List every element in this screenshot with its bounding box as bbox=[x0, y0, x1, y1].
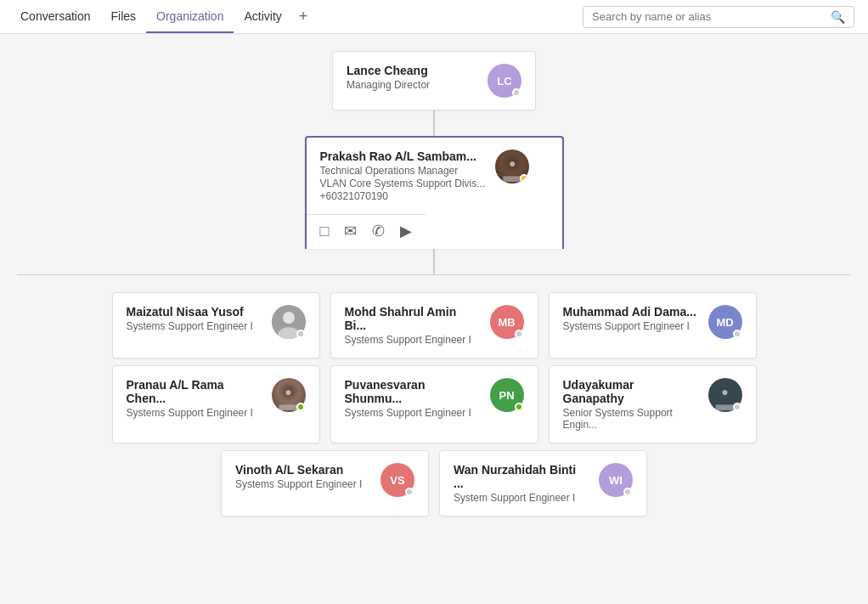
sub-vinoth-avatar-wrap: VS bbox=[380, 463, 414, 497]
top-person-section: Lance Cheang Managing Director LC bbox=[332, 51, 536, 136]
sub-mohd-role: Systems Support Engineer I bbox=[345, 334, 480, 346]
main-content: Lance Cheang Managing Director LC Prakas… bbox=[0, 34, 868, 604]
search-box: 🔍 bbox=[583, 6, 854, 28]
sub-maizatul-name: Maizatul Nisaa Yusof bbox=[127, 305, 262, 319]
chat-action-icon[interactable]: □ bbox=[320, 223, 330, 240]
sub-puvan-role: Systems Support Engineer I bbox=[345, 407, 480, 419]
sub-card-vinoth[interactable]: Vinoth A/L Sekaran Systems Support Engin… bbox=[221, 450, 429, 517]
sub-vinoth-initials: VS bbox=[390, 474, 404, 487]
sub-vinoth-status bbox=[405, 488, 414, 496]
sub-muhammad-avatar-wrap: MD bbox=[708, 305, 742, 339]
sub-card-muhammad[interactable]: Muhammad Adi Dama... Systems Support Eng… bbox=[549, 292, 757, 358]
sub-maizatul-status bbox=[296, 330, 305, 338]
sub-mohd-info: Mohd Shahrul Amin Bi... Systems Support … bbox=[345, 305, 480, 346]
top-person-avatar: LC bbox=[488, 64, 521, 98]
top-person-card[interactable]: Lance Cheang Managing Director LC bbox=[332, 51, 536, 110]
search-icon: 🔍 bbox=[831, 10, 845, 24]
selected-person-top: Prakash Rao A/L Sambam... Technical Oper… bbox=[307, 138, 544, 214]
selected-person-status bbox=[520, 174, 528, 183]
sub-puvan-avatar-wrap: PN bbox=[490, 378, 524, 412]
sub-card-maizatul[interactable]: Maizatul Nisaa Yusof Systems Support Eng… bbox=[112, 292, 320, 358]
sub-puvan-info: Puvanesvaran Shunmu... Systems Support E… bbox=[345, 378, 480, 419]
sub-vinoth-name: Vinoth A/L Sekaran bbox=[235, 463, 370, 477]
top-person-info: Lance Cheang Managing Director bbox=[347, 64, 477, 91]
top-person-status bbox=[512, 88, 521, 97]
sub-pranau-name: Pranau A/L Rama Chen... bbox=[127, 378, 262, 405]
sub-wan-name: Wan Nurzahidah Binti ... bbox=[454, 463, 589, 490]
sub-pranau-role: Systems Support Engineer I bbox=[127, 407, 262, 419]
sub-udaya-info: Udayakumar Ganapathy Senior Systems Supp… bbox=[563, 378, 698, 431]
nav-files[interactable]: Files bbox=[101, 0, 147, 33]
selected-person-dept: VLAN Core Systems Support Divis... bbox=[320, 178, 486, 189]
sub-muhammad-role: Systems Support Engineer I bbox=[563, 320, 698, 332]
sub-maizatul-role: Systems Support Engineer I bbox=[127, 320, 262, 332]
sub-muhammad-status bbox=[733, 330, 741, 338]
top-person-role: Managing Director bbox=[347, 79, 477, 91]
search-container: 🔍 bbox=[583, 6, 854, 28]
selected-person-info: Prakash Rao A/L Sambam... Technical Oper… bbox=[320, 150, 486, 202]
svg-point-1 bbox=[283, 312, 295, 324]
call-action-icon[interactable]: ✆ bbox=[372, 222, 385, 240]
sub-muhammad-name: Muhammad Adi Dama... bbox=[563, 305, 698, 319]
sub-wan-status bbox=[623, 488, 632, 496]
sub-wan-initials: WI bbox=[609, 474, 623, 487]
sub-muhammad-info: Muhammad Adi Dama... Systems Support Eng… bbox=[563, 305, 698, 332]
nav-activity[interactable]: Activity bbox=[234, 0, 291, 33]
selected-person-name: Prakash Rao A/L Sambam... bbox=[320, 150, 486, 163]
sub-card-mohd[interactable]: Mohd Shahrul Amin Bi... Systems Support … bbox=[330, 292, 538, 358]
sub-udaya-name: Udayakumar Ganapathy bbox=[563, 378, 698, 405]
mail-action-icon[interactable]: ✉ bbox=[344, 222, 357, 240]
subordinates-section: Maizatul Nisaa Yusof Systems Support Eng… bbox=[112, 292, 757, 517]
sub-card-udaya[interactable]: Udayakumar Ganapathy Senior Systems Supp… bbox=[549, 365, 757, 443]
selected-person-phone: +60321070190 bbox=[320, 190, 486, 202]
sub-mohd-status bbox=[515, 330, 523, 338]
sub-pranau-info: Pranau A/L Rama Chen... Systems Support … bbox=[127, 378, 262, 419]
sub-card-puvanesvaran[interactable]: Puvanesvaran Shunmu... Systems Support E… bbox=[330, 365, 538, 443]
nav-add-button[interactable]: + bbox=[292, 8, 315, 25]
sub-udaya-status bbox=[733, 403, 741, 411]
selected-person-card[interactable]: Prakash Rao A/L Sambam... Technical Oper… bbox=[305, 136, 564, 249]
org-chart: Lance Cheang Managing Director LC Prakas… bbox=[17, 51, 851, 517]
sub-card-wan[interactable]: Wan Nurzahidah Binti ... System Support … bbox=[439, 450, 647, 517]
sub-pranau-status bbox=[296, 403, 305, 411]
nav-conversation[interactable]: Conversation bbox=[10, 0, 101, 33]
sub-puvan-status bbox=[515, 403, 523, 411]
subordinate-row-1: Maizatul Nisaa Yusof Systems Support Eng… bbox=[112, 292, 757, 358]
subordinate-row-3: Vinoth A/L Sekaran Systems Support Engin… bbox=[221, 450, 647, 517]
sub-mohd-initials: MB bbox=[498, 316, 515, 329]
sub-wan-role: System Support Engineer I bbox=[454, 492, 589, 504]
sub-vinoth-role: Systems Support Engineer I bbox=[235, 478, 370, 490]
top-navigation: Conversation Files Organization Activity… bbox=[0, 0, 868, 34]
video-action-icon[interactable]: ▶ bbox=[400, 222, 412, 240]
selected-person-role: Technical Operations Manager bbox=[320, 165, 486, 177]
sub-maizatul-info: Maizatul Nisaa Yusof Systems Support Eng… bbox=[127, 305, 262, 332]
sub-mohd-name: Mohd Shahrul Amin Bi... bbox=[345, 305, 480, 332]
sub-muhammad-initials: MD bbox=[716, 316, 733, 329]
search-input[interactable] bbox=[592, 10, 831, 23]
sub-vinoth-info: Vinoth A/L Sekaran Systems Support Engin… bbox=[235, 463, 370, 490]
connector-top-to-selected bbox=[433, 110, 435, 136]
selected-person-avatar bbox=[495, 150, 529, 183]
selected-person-section: Prakash Rao A/L Sambam... Technical Oper… bbox=[305, 136, 564, 274]
connector-selected-to-subs bbox=[433, 249, 435, 274]
nav-organization[interactable]: Organization bbox=[146, 0, 234, 33]
sub-pranau-avatar-wrap bbox=[272, 378, 306, 412]
sub-maizatul-avatar-wrap bbox=[272, 305, 306, 339]
sub-card-pranau[interactable]: Pranau A/L Rama Chen... Systems Support … bbox=[112, 365, 320, 443]
sub-wan-info: Wan Nurzahidah Binti ... System Support … bbox=[454, 463, 589, 504]
top-person-name: Lance Cheang bbox=[347, 64, 477, 77]
top-person-initials: LC bbox=[497, 75, 511, 87]
sub-puvan-name: Puvanesvaran Shunmu... bbox=[345, 378, 480, 405]
sub-mohd-avatar-wrap: MB bbox=[490, 305, 524, 339]
sub-puvan-initials: PN bbox=[499, 389, 514, 402]
horizontal-separator bbox=[17, 274, 851, 275]
sub-udaya-avatar-wrap bbox=[708, 378, 742, 412]
sub-udaya-role: Senior Systems Support Engin... bbox=[563, 407, 698, 431]
subordinate-row-2: Pranau A/L Rama Chen... Systems Support … bbox=[112, 365, 757, 443]
selected-person-actions: □ ✉ ✆ ▶ bbox=[307, 214, 426, 249]
sub-wan-avatar-wrap: WI bbox=[599, 463, 633, 497]
